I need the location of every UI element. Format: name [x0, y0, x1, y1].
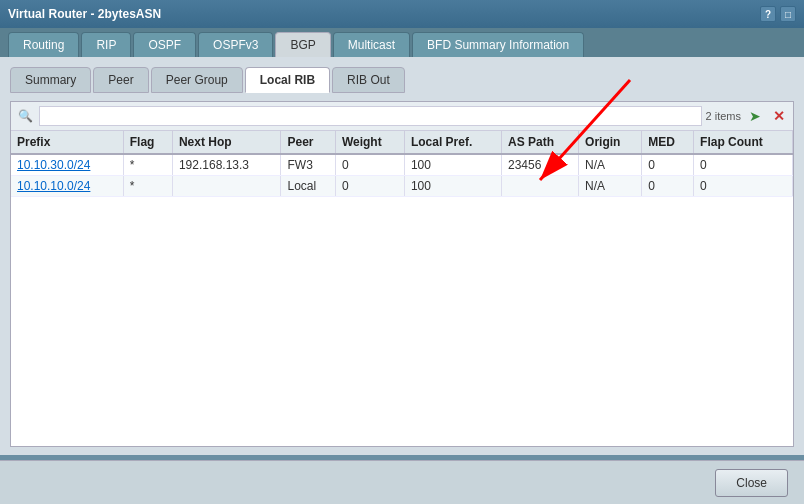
cell-row1-col4: 0	[335, 176, 404, 197]
cell-row1-col1: *	[123, 176, 172, 197]
bottom-bar: Close	[0, 460, 804, 504]
sub-tab-ribout[interactable]: RIB Out	[332, 67, 405, 93]
title-bar-controls: ? □	[760, 6, 796, 22]
table-row[interactable]: 10.10.30.0/24*192.168.13.3FW3010023456N/…	[11, 154, 793, 176]
col-peer: Peer	[281, 131, 335, 154]
cell-row0-col8: 0	[642, 154, 694, 176]
tab-bgp[interactable]: BGP	[275, 32, 330, 57]
col-localpref: Local Pref.	[404, 131, 501, 154]
cell-row1-col3: Local	[281, 176, 335, 197]
cell-row0-col0[interactable]: 10.10.30.0/24	[11, 154, 123, 176]
search-bar: 🔍 2 items ➤ ✕	[11, 102, 793, 131]
cell-row0-col4: 0	[335, 154, 404, 176]
tab-ospfv3[interactable]: OSPFv3	[198, 32, 273, 57]
sub-tabs: Summary Peer Peer Group Local RIB RIB Ou…	[10, 67, 794, 93]
cell-row1-col5: 100	[404, 176, 501, 197]
table-row[interactable]: 10.10.10.0/24*Local0100N/A00	[11, 176, 793, 197]
cell-row0-col3: FW3	[281, 154, 335, 176]
cell-row1-col8: 0	[642, 176, 694, 197]
col-origin: Origin	[579, 131, 642, 154]
col-prefix: Prefix	[11, 131, 123, 154]
tab-routing[interactable]: Routing	[8, 32, 79, 57]
main-tabs: Routing RIP OSPF OSPFv3 BGP Multicast BF…	[0, 28, 804, 57]
table-body: 10.10.30.0/24*192.168.13.3FW3010023456N/…	[11, 154, 793, 197]
cell-row1-col6	[502, 176, 579, 197]
clear-search-button[interactable]: ✕	[769, 106, 789, 126]
cell-row1-col7: N/A	[579, 176, 642, 197]
col-aspath: AS Path	[502, 131, 579, 154]
help-button[interactable]: ?	[760, 6, 776, 22]
cell-row0-col6: 23456	[502, 154, 579, 176]
cell-row0-col5: 100	[404, 154, 501, 176]
search-input[interactable]	[39, 106, 702, 126]
table-container: 🔍 2 items ➤ ✕ Prefix Flag Next Hop Peer …	[10, 101, 794, 447]
export-button[interactable]: ➤	[745, 106, 765, 126]
col-med: MED	[642, 131, 694, 154]
item-count: 2 items	[706, 110, 741, 122]
sub-tab-peergroup[interactable]: Peer Group	[151, 67, 243, 93]
col-weight: Weight	[335, 131, 404, 154]
content-area: Summary Peer Peer Group Local RIB RIB Ou…	[0, 57, 804, 455]
window-title: Virtual Router - 2bytesASN	[8, 7, 161, 21]
cell-row0-col9: 0	[694, 154, 793, 176]
tab-bfd[interactable]: BFD Summary Information	[412, 32, 584, 57]
sub-tab-localrib[interactable]: Local RIB	[245, 67, 330, 93]
cell-row1-col0[interactable]: 10.10.10.0/24	[11, 176, 123, 197]
search-icon: 🔍	[15, 106, 35, 126]
maximize-button[interactable]: □	[780, 6, 796, 22]
sub-tab-peer[interactable]: Peer	[93, 67, 148, 93]
cell-row0-col7: N/A	[579, 154, 642, 176]
table-header: Prefix Flag Next Hop Peer Weight Local P…	[11, 131, 793, 154]
close-button[interactable]: Close	[715, 469, 788, 497]
tab-multicast[interactable]: Multicast	[333, 32, 410, 57]
col-flag: Flag	[123, 131, 172, 154]
col-nexthop: Next Hop	[172, 131, 281, 154]
tab-rip[interactable]: RIP	[81, 32, 131, 57]
sub-tab-summary[interactable]: Summary	[10, 67, 91, 93]
cell-row1-col9: 0	[694, 176, 793, 197]
cell-row0-col2: 192.168.13.3	[172, 154, 281, 176]
rib-table: Prefix Flag Next Hop Peer Weight Local P…	[11, 131, 793, 197]
tab-ospf[interactable]: OSPF	[133, 32, 196, 57]
col-flapcount: Flap Count	[694, 131, 793, 154]
cell-row0-col1: *	[123, 154, 172, 176]
title-bar: Virtual Router - 2bytesASN ? □	[0, 0, 804, 28]
cell-row1-col2	[172, 176, 281, 197]
